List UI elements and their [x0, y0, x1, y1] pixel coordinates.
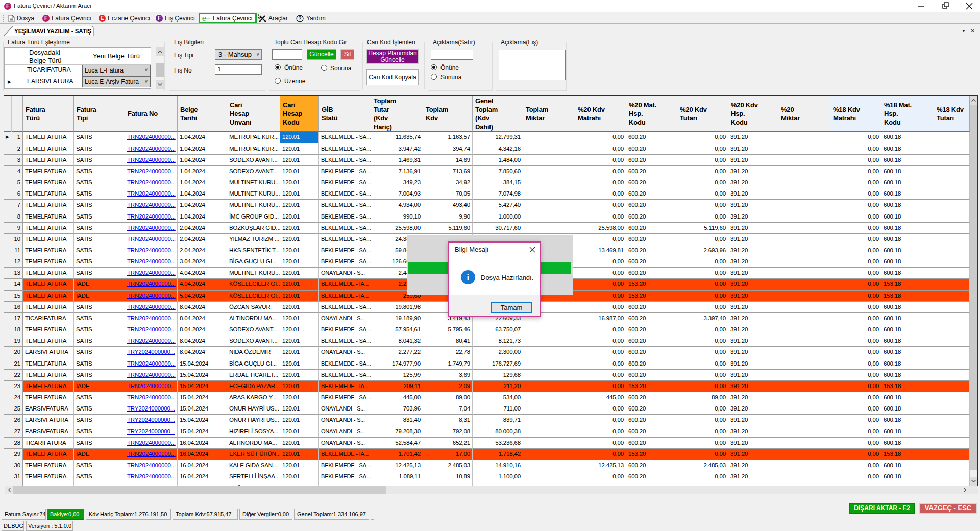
svg-text:?: ?	[298, 16, 301, 21]
